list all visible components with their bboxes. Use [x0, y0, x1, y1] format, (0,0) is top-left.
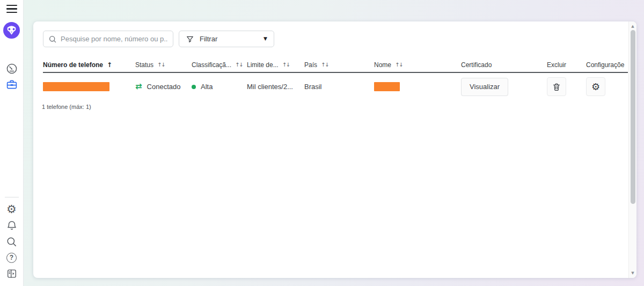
scroll-up-icon[interactable]: ▲: [629, 23, 636, 30]
redacted-phone-number: [43, 82, 109, 91]
dashboard-icon[interactable]: [5, 62, 19, 76]
search-icon[interactable]: [5, 234, 19, 248]
gear-icon: ⚙: [591, 82, 600, 92]
column-header-name[interactable]: Nome ↑↓: [374, 61, 461, 69]
collapse-panel-icon[interactable]: [5, 267, 19, 281]
row-settings-button[interactable]: ⚙: [586, 77, 605, 96]
phones-briefcase-icon[interactable]: [5, 78, 19, 92]
sort-icon: ↑↓: [235, 62, 243, 68]
column-header-settings: Configuraçõe: [586, 61, 628, 69]
cell-delete: [547, 77, 586, 96]
quality-dot-icon: [192, 85, 196, 89]
sort-asc-icon: ↑: [107, 62, 112, 68]
column-header-country[interactable]: País ↑↓: [304, 61, 374, 69]
scrollbar-thumb[interactable]: [631, 30, 635, 204]
classification-label: Alta: [201, 83, 213, 91]
cell-settings: ⚙: [586, 77, 628, 96]
sort-icon: ↑↓: [395, 62, 402, 68]
search-box: [43, 31, 173, 47]
vertical-scrollbar[interactable]: ▲ ▼: [628, 21, 636, 278]
view-certificate-button[interactable]: Visualizar: [461, 78, 508, 96]
notifications-bell-icon[interactable]: [5, 218, 19, 232]
table-header-row: Número de telefone ↑ Status ↑↓ Classific…: [43, 57, 628, 73]
table-row: ⇄ Conectado Alta Mil clientes/2... Brasi…: [43, 73, 628, 100]
main-background: Filtrar ▼ Número de telefone ↑ Status ↑↓: [24, 0, 644, 286]
filter-funnel-icon: [186, 35, 194, 43]
sidebar-divider: [5, 197, 19, 197]
redacted-name: [374, 82, 400, 91]
column-header-limit[interactable]: Limite de... ↑↓: [247, 61, 304, 69]
help-icon[interactable]: ?: [5, 251, 19, 265]
connected-arrows-icon: ⇄: [135, 83, 142, 91]
menu-icon[interactable]: [6, 5, 17, 13]
phones-card: Filtrar ▼ Número de telefone ↑ Status ↑↓: [33, 21, 636, 278]
status-label: Conectado: [147, 83, 181, 91]
cell-certificate: Visualizar: [461, 78, 547, 96]
cell-country: Brasil: [304, 83, 374, 91]
phones-table: Número de telefone ↑ Status ↑↓ Classific…: [43, 57, 628, 110]
sort-icon: ↑↓: [321, 62, 328, 68]
cell-limit: Mil clientes/2...: [247, 83, 304, 91]
chevron-down-icon: ▼: [264, 36, 267, 41]
delete-button[interactable]: [547, 77, 566, 96]
sort-icon: ↑↓: [282, 62, 290, 68]
brand-owl-logo[interactable]: [3, 22, 20, 39]
search-input-icon: [48, 35, 57, 43]
column-header-classification[interactable]: Classificaçã... ↑↓: [192, 61, 247, 69]
owl-logo-icon: [3, 22, 20, 39]
sidebar: ⚙ ?: [0, 0, 24, 286]
toolbar: Filtrar ▼: [43, 31, 628, 47]
column-header-delete: Excluir: [547, 61, 586, 69]
column-header-certificate: Certificado: [461, 61, 547, 69]
search-input[interactable]: [61, 35, 168, 43]
scroll-down-icon[interactable]: ▼: [629, 269, 636, 277]
cell-phone-number: [43, 82, 135, 91]
settings-gear-icon[interactable]: ⚙: [5, 202, 19, 216]
phone-count-label: 1 telefone (máx: 1): [42, 104, 628, 110]
cell-classification: Alta: [192, 83, 247, 91]
cell-name: [374, 82, 461, 91]
sort-icon: ↑↓: [157, 62, 165, 68]
column-header-phone[interactable]: Número de telefone ↑: [43, 61, 135, 69]
trash-icon: [552, 82, 561, 92]
filter-label: Filtrar: [200, 35, 258, 43]
column-header-status[interactable]: Status ↑↓: [135, 61, 192, 69]
cell-status: ⇄ Conectado: [135, 83, 192, 91]
filter-dropdown[interactable]: Filtrar ▼: [179, 31, 274, 47]
